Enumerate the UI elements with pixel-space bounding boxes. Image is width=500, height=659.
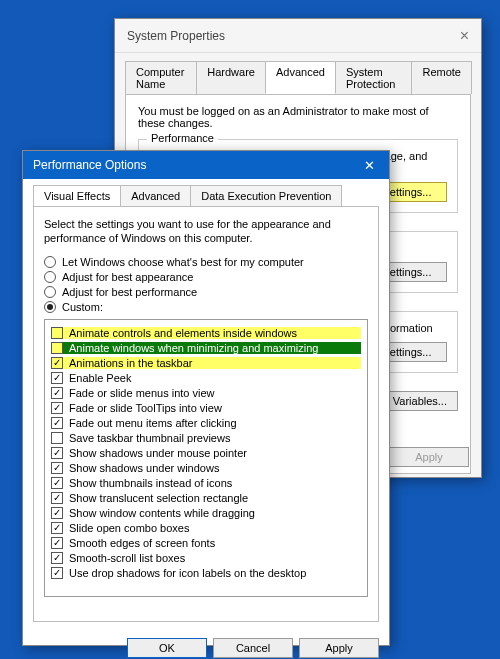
checkbox-label: Smooth-scroll list boxes — [69, 552, 185, 564]
checkbox-label: Show window contents while dragging — [69, 507, 255, 519]
visual-effect-option[interactable]: Smooth edges of screen fonts — [51, 537, 361, 549]
performance-options-tabs: Visual EffectsAdvancedData Execution Pre… — [33, 185, 379, 206]
window-title: System Properties — [127, 19, 225, 53]
checkbox-label: Show translucent selection rectangle — [69, 492, 248, 504]
checkbox-icon[interactable] — [51, 402, 63, 414]
checkbox-icon[interactable] — [51, 327, 63, 339]
radio-option[interactable]: Custom: — [44, 301, 368, 313]
window-title: Performance Options — [33, 158, 146, 172]
performance-options-window: Performance Options ✕ Visual EffectsAdva… — [22, 150, 390, 646]
checkbox-icon[interactable] — [51, 417, 63, 429]
checkbox-icon[interactable] — [51, 567, 63, 579]
performance-options-body: Visual EffectsAdvancedData Execution Pre… — [23, 179, 389, 630]
visual-effect-option[interactable]: Show shadows under windows — [51, 462, 361, 474]
visual-effect-option[interactable]: Show shadows under mouse pointer — [51, 447, 361, 459]
checkbox-label: Show shadows under mouse pointer — [69, 447, 247, 459]
ok-button[interactable]: OK — [127, 638, 207, 658]
apply-button[interactable]: Apply — [299, 638, 379, 658]
checkbox-icon[interactable] — [51, 462, 63, 474]
visual-effects-list[interactable]: Animate controls and elements inside win… — [44, 319, 368, 597]
visual-effects-pane: Select the settings you want to use for … — [33, 206, 379, 622]
checkbox-label: Save taskbar thumbnail previews — [69, 432, 230, 444]
tab-advanced[interactable]: Advanced — [265, 61, 336, 94]
visual-effect-option[interactable]: Save taskbar thumbnail previews — [51, 432, 361, 444]
checkbox-label: Animate windows when minimizing and maxi… — [69, 342, 318, 354]
checkbox-label: Smooth edges of screen fonts — [69, 537, 215, 549]
visual-effect-option[interactable]: Animate controls and elements inside win… — [51, 327, 361, 339]
apply-button[interactable]: Apply — [389, 447, 469, 467]
radio-icon[interactable] — [44, 301, 56, 313]
radio-label: Adjust for best appearance — [62, 271, 193, 283]
cancel-button[interactable]: Cancel — [213, 638, 293, 658]
visual-effect-option[interactable]: Use drop shadows for icon labels on the … — [51, 567, 361, 579]
checkbox-icon[interactable] — [51, 432, 63, 444]
checkbox-label: Fade out menu items after clicking — [69, 417, 237, 429]
tab-advanced[interactable]: Advanced — [120, 185, 191, 206]
checkbox-icon[interactable] — [51, 537, 63, 549]
visual-effect-option[interactable]: Show thumbnails instead of icons — [51, 477, 361, 489]
checkbox-label: Use drop shadows for icon labels on the … — [69, 567, 306, 579]
visual-effect-option[interactable]: Animate windows when minimizing and maxi… — [51, 342, 361, 354]
tab-visual-effects[interactable]: Visual Effects — [33, 185, 121, 206]
checkbox-label: Show thumbnails instead of icons — [69, 477, 232, 489]
admin-note: You must be logged on as an Administrato… — [138, 105, 458, 129]
radio-option[interactable]: Adjust for best appearance — [44, 271, 368, 283]
group-title: Performance — [147, 132, 218, 144]
checkbox-icon[interactable] — [51, 342, 63, 354]
visual-effect-option[interactable]: Fade or slide ToolTips into view — [51, 402, 361, 414]
checkbox-label: Animate controls and elements inside win… — [69, 327, 297, 339]
visual-effect-option[interactable]: Animations in the taskbar — [51, 357, 361, 369]
tab-computer-name[interactable]: Computer Name — [125, 61, 197, 94]
radio-label: Let Windows choose what's best for my co… — [62, 256, 304, 268]
checkbox-icon[interactable] — [51, 477, 63, 489]
performance-options-titlebar[interactable]: Performance Options ✕ — [23, 151, 389, 179]
performance-options-footer: OK Cancel Apply — [23, 630, 389, 659]
visual-effect-option[interactable]: Smooth-scroll list boxes — [51, 552, 361, 564]
checkbox-label: Animations in the taskbar — [69, 357, 193, 369]
checkbox-icon[interactable] — [51, 357, 63, 369]
checkbox-label: Slide open combo boxes — [69, 522, 189, 534]
radio-icon[interactable] — [44, 286, 56, 298]
checkbox-label: Fade or slide ToolTips into view — [69, 402, 222, 414]
checkbox-icon[interactable] — [51, 522, 63, 534]
radio-icon[interactable] — [44, 256, 56, 268]
checkbox-label: Show shadows under windows — [69, 462, 219, 474]
radio-group: Let Windows choose what's best for my co… — [44, 256, 368, 313]
checkbox-label: Fade or slide menus into view — [69, 387, 215, 399]
radio-option[interactable]: Let Windows choose what's best for my co… — [44, 256, 368, 268]
visual-effect-option[interactable]: Slide open combo boxes — [51, 522, 361, 534]
checkbox-icon[interactable] — [51, 507, 63, 519]
radio-option[interactable]: Adjust for best performance — [44, 286, 368, 298]
radio-label: Adjust for best performance — [62, 286, 197, 298]
intro-text: Select the settings you want to use for … — [44, 217, 368, 246]
checkbox-icon[interactable] — [51, 447, 63, 459]
visual-effect-option[interactable]: Show window contents while dragging — [51, 507, 361, 519]
checkbox-icon[interactable] — [51, 552, 63, 564]
visual-effect-option[interactable]: Fade out menu items after clicking — [51, 417, 361, 429]
system-properties-titlebar[interactable]: System Properties × — [115, 19, 481, 53]
tab-hardware[interactable]: Hardware — [196, 61, 266, 94]
tab-system-protection[interactable]: System Protection — [335, 61, 413, 94]
system-properties-tabs: Computer NameHardwareAdvancedSystem Prot… — [125, 61, 471, 94]
visual-effect-option[interactable]: Show translucent selection rectangle — [51, 492, 361, 504]
checkbox-icon[interactable] — [51, 387, 63, 399]
radio-icon[interactable] — [44, 271, 56, 283]
checkbox-icon[interactable] — [51, 492, 63, 504]
checkbox-label: Enable Peek — [69, 372, 131, 384]
tab-remote[interactable]: Remote — [411, 61, 472, 94]
visual-effect-option[interactable]: Enable Peek — [51, 372, 361, 384]
close-icon[interactable]: × — [460, 19, 469, 53]
radio-label: Custom: — [62, 301, 103, 313]
tab-data-execution-prevention[interactable]: Data Execution Prevention — [190, 185, 342, 206]
close-icon[interactable]: ✕ — [357, 155, 381, 175]
visual-effect-option[interactable]: Fade or slide menus into view — [51, 387, 361, 399]
checkbox-icon[interactable] — [51, 372, 63, 384]
